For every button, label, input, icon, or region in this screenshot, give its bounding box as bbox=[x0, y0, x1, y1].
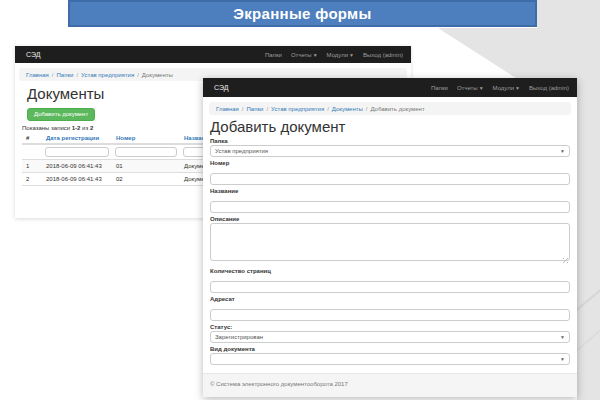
breadcrumb-folder-name[interactable]: Устав предприятия bbox=[81, 72, 134, 78]
form-group-pages: Количество страниц bbox=[210, 268, 570, 293]
description-label: Описание bbox=[210, 216, 570, 223]
nav-item-reports[interactable]: Отчеты▼ bbox=[291, 52, 318, 58]
nav-item-modules-label: Модули bbox=[493, 85, 515, 91]
filter-cell bbox=[112, 144, 180, 160]
name-label: Название bbox=[210, 188, 570, 195]
slide-canvas: Экранные формы СЭД Папки Отчеты▼ Модули▼… bbox=[0, 0, 600, 400]
filter-cell bbox=[42, 144, 112, 160]
pages-input[interactable] bbox=[210, 281, 570, 293]
breadcrumb-current: Документы bbox=[142, 72, 173, 78]
doctype-label: Вид документа bbox=[210, 346, 570, 353]
breadcrumb-folder-name[interactable]: Устав предприятия bbox=[271, 106, 324, 112]
add-document-window: СЭД Папки Отчеты▼ Модули▼ Выход (admin) … bbox=[203, 78, 577, 397]
description-textarea[interactable] bbox=[210, 223, 570, 261]
breadcrumb-home[interactable]: Главная bbox=[26, 72, 49, 78]
summary-total: 2 bbox=[90, 125, 93, 131]
folder-select[interactable]: Устав предприятия ▼ bbox=[210, 145, 570, 157]
doctype-select[interactable]: ▼ bbox=[210, 353, 570, 365]
column-header-index: # bbox=[22, 132, 42, 144]
nav-item-logout[interactable]: Выход (admin) bbox=[529, 85, 569, 91]
number-filter-input[interactable] bbox=[115, 147, 177, 157]
caret-down-icon: ▼ bbox=[313, 52, 318, 58]
cell-number: 01 bbox=[112, 160, 180, 173]
form-group-doctype: Вид документа ▼ bbox=[210, 346, 570, 365]
column-header-number[interactable]: Номер bbox=[112, 132, 180, 144]
cell-number: 02 bbox=[112, 173, 180, 186]
summary-middle: из bbox=[80, 125, 89, 131]
folder-select-value: Устав предприятия bbox=[215, 148, 268, 154]
nav-item-folders[interactable]: Папки bbox=[431, 85, 448, 91]
breadcrumb-separator: / bbox=[137, 72, 139, 78]
nav-item-modules-label: Модули bbox=[327, 52, 349, 58]
date-filter-input[interactable] bbox=[45, 147, 109, 157]
add-document-button[interactable]: Добавить документ bbox=[27, 108, 95, 121]
status-label: Статус: bbox=[210, 324, 570, 331]
footer-copyright: © Система электронного документооборота … bbox=[210, 381, 348, 387]
nav-item-reports[interactable]: Отчеты▼ bbox=[457, 85, 484, 91]
caret-down-icon: ▼ bbox=[560, 356, 565, 362]
app-brand[interactable]: СЭД bbox=[26, 51, 41, 58]
caret-down-icon: ▼ bbox=[560, 334, 565, 340]
breadcrumb-separator: / bbox=[242, 106, 244, 112]
column-header-date[interactable]: Дата регистрации bbox=[42, 132, 112, 144]
form-group-folder: Папка Устав предприятия ▼ bbox=[210, 138, 570, 157]
breadcrumb-separator: / bbox=[266, 106, 268, 112]
number-label: Номер bbox=[210, 160, 570, 167]
breadcrumb-separator: / bbox=[366, 106, 368, 112]
status-select-value: Зарегистрирован bbox=[215, 334, 263, 340]
cell-date: 2018-06-09 06:41:43 bbox=[42, 173, 112, 186]
breadcrumb-folders[interactable]: Папки bbox=[247, 106, 264, 112]
caret-down-icon: ▼ bbox=[349, 52, 354, 58]
breadcrumb-separator: / bbox=[76, 72, 78, 78]
slide-title-banner: Экранные формы bbox=[68, 0, 537, 27]
breadcrumb-home[interactable]: Главная bbox=[216, 106, 239, 112]
navbar: СЭД Папки Отчеты▼ Модули▼ Выход (admin) bbox=[203, 78, 577, 97]
cell-date: 2018-06-09 06:41:43 bbox=[42, 160, 112, 173]
folder-label: Папка bbox=[210, 138, 570, 145]
breadcrumb-documents[interactable]: Документы bbox=[332, 106, 363, 112]
addressee-label: Адресат bbox=[210, 296, 570, 303]
nav-item-reports-label: Отчеты bbox=[291, 52, 312, 58]
number-input[interactable] bbox=[210, 173, 570, 185]
breadcrumb-separator: / bbox=[52, 72, 54, 78]
nav-item-logout[interactable]: Выход (admin) bbox=[363, 52, 403, 58]
nav-item-reports-label: Отчеты bbox=[457, 85, 478, 91]
nav-item-modules[interactable]: Модули▼ bbox=[493, 85, 520, 91]
filter-cell-empty bbox=[22, 144, 42, 160]
form-group-number: Номер bbox=[210, 160, 570, 185]
form-group-status: Статус: Зарегистрирован ▼ bbox=[210, 324, 570, 343]
name-input[interactable] bbox=[210, 201, 570, 213]
resize-grip-icon[interactable] bbox=[563, 258, 568, 263]
caret-down-icon: ▼ bbox=[515, 85, 520, 91]
form-group-addressee: Адресат bbox=[210, 296, 570, 321]
breadcrumb: Главная / Папки / Устав предприятия / До… bbox=[209, 102, 571, 115]
page-footer: © Система электронного документооборота … bbox=[203, 373, 577, 397]
form-group-name: Название bbox=[210, 188, 570, 213]
page-title: Добавить документ bbox=[210, 119, 570, 135]
caret-down-icon: ▼ bbox=[560, 148, 565, 154]
pages-label: Количество страниц bbox=[210, 268, 570, 275]
caret-down-icon: ▼ bbox=[479, 85, 484, 91]
navbar: СЭД Папки Отчеты▼ Модули▼ Выход (admin) bbox=[15, 46, 411, 63]
app-brand[interactable]: СЭД bbox=[214, 84, 229, 91]
nav-item-modules[interactable]: Модули▼ bbox=[327, 52, 354, 58]
cell-index: 2 bbox=[22, 173, 42, 186]
form-group-description: Описание bbox=[210, 216, 570, 265]
breadcrumb-separator: / bbox=[327, 106, 329, 112]
addressee-input[interactable] bbox=[210, 309, 570, 321]
nav-item-folders[interactable]: Папки bbox=[265, 52, 282, 58]
slide-title: Экранные формы bbox=[233, 5, 371, 22]
breadcrumb-current: Добавить документ bbox=[370, 106, 424, 112]
cell-index: 1 bbox=[22, 160, 42, 173]
breadcrumb-folders[interactable]: Папки bbox=[57, 72, 74, 78]
status-select[interactable]: Зарегистрирован ▼ bbox=[210, 331, 570, 343]
summary-prefix: Показаны записи bbox=[22, 125, 72, 131]
